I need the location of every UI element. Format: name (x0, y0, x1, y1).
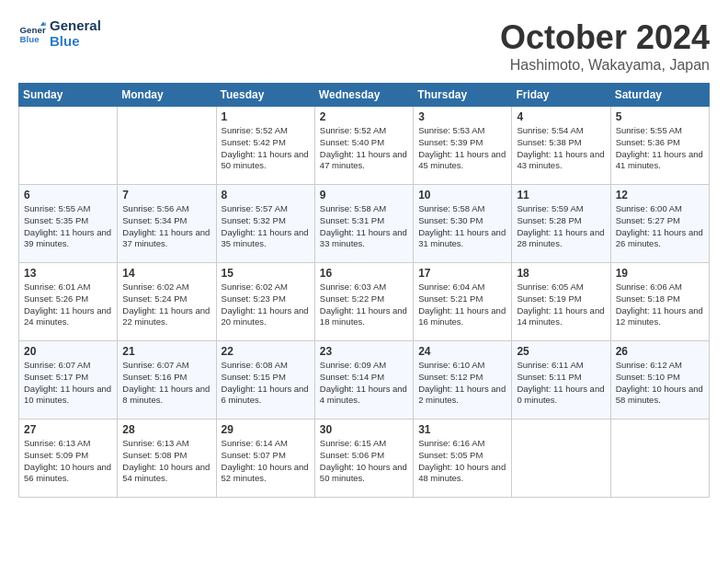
calendar-cell (610, 419, 709, 498)
day-number: 11 (517, 189, 605, 201)
page-header: General Blue General Blue October 2024 H… (18, 18, 710, 74)
calendar-cell: 25Sunrise: 6:11 AMSunset: 5:11 PMDayligh… (512, 341, 610, 419)
calendar-cell: 31Sunrise: 6:16 AMSunset: 5:05 PMDayligh… (414, 419, 512, 498)
cell-info-line: Daylight: 11 hours and 47 minutes. (320, 149, 408, 173)
cell-info-line: Daylight: 11 hours and 22 minutes. (122, 305, 210, 329)
cell-info-line: Sunrise: 5:55 AM (616, 125, 704, 137)
cell-info-line: Sunset: 5:23 PM (222, 293, 310, 305)
cell-info-line: Sunset: 5:07 PM (222, 450, 310, 462)
calendar-cell: 3Sunrise: 5:53 AMSunset: 5:39 PMDaylight… (414, 107, 512, 185)
cell-info-line: Sunrise: 6:09 AM (320, 360, 408, 372)
day-number: 1 (222, 110, 310, 123)
cell-info-line: Daylight: 11 hours and 0 minutes. (517, 384, 605, 408)
calendar-cell: 9Sunrise: 5:58 AMSunset: 5:31 PMDaylight… (314, 185, 413, 263)
cell-info-line: Daylight: 10 hours and 50 minutes. (320, 462, 408, 486)
cell-info-line: Sunrise: 6:04 AM (418, 282, 506, 293)
month-title: October 2024 (500, 18, 710, 57)
day-number: 17 (418, 267, 506, 280)
cell-info-line: Daylight: 11 hours and 50 minutes. (222, 149, 310, 173)
calendar-cell: 6Sunrise: 5:55 AMSunset: 5:35 PMDaylight… (19, 185, 118, 263)
cell-info-line: Daylight: 11 hours and 31 minutes. (418, 227, 506, 251)
week-row-1: 1Sunrise: 5:52 AMSunset: 5:42 PMDaylight… (19, 107, 710, 185)
cell-info-line: Sunrise: 6:13 AM (24, 438, 112, 450)
calendar-cell: 10Sunrise: 5:58 AMSunset: 5:30 PMDayligh… (414, 185, 512, 263)
calendar-cell: 28Sunrise: 6:13 AMSunset: 5:08 PMDayligh… (118, 419, 216, 498)
cell-info-line: Sunrise: 5:52 AM (222, 125, 310, 137)
calendar-cell: 1Sunrise: 5:52 AMSunset: 5:42 PMDaylight… (216, 107, 314, 185)
week-row-2: 6Sunrise: 5:55 AMSunset: 5:35 PMDaylight… (19, 185, 710, 263)
calendar-cell: 4Sunrise: 5:54 AMSunset: 5:38 PMDaylight… (512, 107, 610, 185)
header-thursday: Thursday (414, 84, 512, 107)
header-monday: Monday (118, 84, 216, 107)
day-number: 27 (24, 423, 112, 436)
cell-info-line: Sunset: 5:06 PM (320, 450, 408, 462)
cell-info-line: Daylight: 11 hours and 12 minutes. (616, 305, 704, 329)
header-saturday: Saturday (610, 84, 709, 107)
cell-info-line: Daylight: 11 hours and 20 minutes. (222, 305, 310, 329)
header-friday: Friday (512, 84, 610, 107)
header-row: SundayMondayTuesdayWednesdayThursdayFrid… (19, 84, 710, 107)
calendar-cell: 30Sunrise: 6:15 AMSunset: 5:06 PMDayligh… (314, 419, 413, 498)
cell-info-line: Sunset: 5:31 PM (320, 215, 408, 227)
day-number: 24 (418, 345, 506, 358)
calendar-cell (118, 107, 216, 185)
cell-info-line: Daylight: 11 hours and 39 minutes. (24, 227, 112, 251)
calendar-cell: 18Sunrise: 6:05 AMSunset: 5:19 PMDayligh… (512, 263, 610, 341)
cell-info-line: Daylight: 11 hours and 14 minutes. (517, 305, 605, 329)
cell-info-line: Daylight: 11 hours and 18 minutes. (320, 305, 408, 329)
cell-info-line: Daylight: 11 hours and 33 minutes. (320, 227, 408, 251)
logo-text-line1: General (50, 18, 101, 34)
day-number: 14 (122, 267, 210, 280)
calendar-cell: 19Sunrise: 6:06 AMSunset: 5:18 PMDayligh… (610, 263, 709, 341)
day-number: 4 (517, 110, 605, 123)
cell-info-line: Daylight: 10 hours and 56 minutes. (24, 462, 112, 486)
cell-info-line: Sunrise: 6:05 AM (517, 282, 605, 293)
cell-info-line: Daylight: 11 hours and 45 minutes. (418, 149, 506, 173)
cell-info-line: Daylight: 11 hours and 35 minutes. (222, 227, 310, 251)
calendar-cell: 20Sunrise: 6:07 AMSunset: 5:17 PMDayligh… (19, 341, 118, 419)
cell-info-line: Sunset: 5:08 PM (122, 450, 210, 462)
cell-info-line: Sunrise: 6:15 AM (320, 438, 408, 450)
cell-info-line: Daylight: 11 hours and 37 minutes. (122, 227, 210, 251)
calendar-cell: 14Sunrise: 6:02 AMSunset: 5:24 PMDayligh… (118, 263, 216, 341)
cell-info-line: Sunset: 5:09 PM (24, 450, 112, 462)
logo: General Blue General Blue (18, 18, 101, 49)
day-number: 21 (122, 345, 210, 358)
cell-info-line: Sunrise: 6:10 AM (418, 360, 506, 372)
calendar-cell: 8Sunrise: 5:57 AMSunset: 5:32 PMDaylight… (216, 185, 314, 263)
calendar-cell: 22Sunrise: 6:08 AMSunset: 5:15 PMDayligh… (216, 341, 314, 419)
day-number: 2 (320, 110, 408, 123)
cell-info-line: Sunset: 5:39 PM (418, 137, 506, 149)
calendar-cell: 29Sunrise: 6:14 AMSunset: 5:07 PMDayligh… (216, 419, 314, 498)
calendar-cell: 15Sunrise: 6:02 AMSunset: 5:23 PMDayligh… (216, 263, 314, 341)
cell-info-line: Sunrise: 6:07 AM (122, 360, 210, 372)
cell-info-line: Daylight: 11 hours and 26 minutes. (616, 227, 704, 251)
cell-info-line: Sunrise: 6:00 AM (616, 203, 704, 215)
day-number: 20 (24, 345, 112, 358)
cell-info-line: Daylight: 11 hours and 16 minutes. (418, 305, 506, 329)
cell-info-line: Sunset: 5:15 PM (222, 372, 310, 384)
cell-info-line: Sunset: 5:21 PM (418, 293, 506, 305)
day-number: 10 (418, 189, 506, 201)
cell-info-line: Sunrise: 6:06 AM (616, 282, 704, 293)
cell-info-line: Sunset: 5:36 PM (616, 137, 704, 149)
cell-info-line: Daylight: 11 hours and 6 minutes. (222, 384, 310, 408)
cell-info-line: Sunrise: 5:55 AM (24, 203, 112, 215)
day-number: 26 (616, 345, 704, 358)
cell-info-line: Sunset: 5:24 PM (122, 293, 210, 305)
cell-info-line: Daylight: 11 hours and 10 minutes. (24, 384, 112, 408)
location-title: Hashimoto, Wakayama, Japan (500, 57, 710, 74)
cell-info-line: Sunset: 5:26 PM (24, 293, 112, 305)
logo-text-line2: Blue (50, 34, 101, 50)
day-number: 19 (616, 267, 704, 280)
day-number: 30 (320, 423, 408, 436)
cell-info-line: Sunrise: 6:02 AM (122, 282, 210, 293)
header-wednesday: Wednesday (314, 84, 413, 107)
calendar-cell: 17Sunrise: 6:04 AMSunset: 5:21 PMDayligh… (414, 263, 512, 341)
calendar-cell: 16Sunrise: 6:03 AMSunset: 5:22 PMDayligh… (314, 263, 413, 341)
cell-info-line: Daylight: 10 hours and 54 minutes. (122, 462, 210, 486)
cell-info-line: Sunrise: 6:14 AM (222, 438, 310, 450)
cell-info-line: Sunset: 5:30 PM (418, 215, 506, 227)
calendar-cell: 21Sunrise: 6:07 AMSunset: 5:16 PMDayligh… (118, 341, 216, 419)
cell-info-line: Sunrise: 6:02 AM (222, 282, 310, 293)
